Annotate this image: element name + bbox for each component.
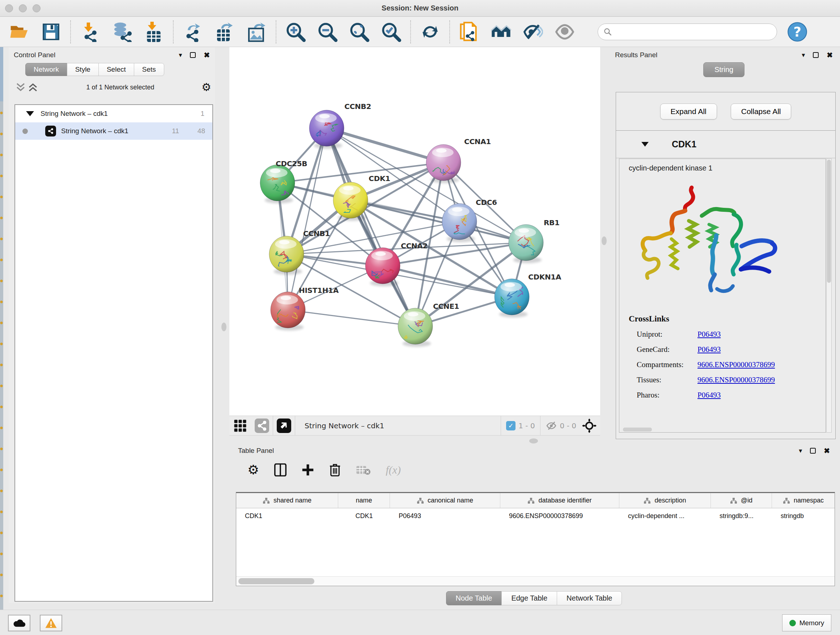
selected-checkbox-icon[interactable]: ✓ xyxy=(506,421,515,431)
zoom-fit-icon[interactable] xyxy=(348,21,370,43)
network-share-icon[interactable] xyxy=(254,418,270,434)
gene-description: cyclin-dependent kinase 1 xyxy=(629,164,826,172)
table-cell: cyclin-dependent ... xyxy=(619,508,711,524)
network-node-RB1[interactable] xyxy=(508,225,543,263)
control-panel: Control Panel ▾ ✖ NetworkStyleSelectSets… xyxy=(9,47,215,603)
show-columns-icon[interactable] xyxy=(274,463,286,477)
crosslink-link[interactable]: P06493 xyxy=(698,345,721,354)
table-cell: CDK1 xyxy=(338,508,390,524)
string-network-graph[interactable]: CCNB2CCNA1CDC25BCDK1CDC6RB1CCNB1CCNA2CDK… xyxy=(229,47,600,416)
table-header-row: shared namenamecanonical namedatabase id… xyxy=(236,493,835,508)
zoom-out-icon[interactable] xyxy=(316,21,339,43)
tab-sets[interactable]: Sets xyxy=(134,63,164,76)
crosslink-label: Tissues: xyxy=(629,375,698,385)
add-column-icon[interactable] xyxy=(302,463,314,477)
tab-style[interactable]: Style xyxy=(67,63,99,76)
network-collection-row[interactable]: String Network – cdk1 1 xyxy=(15,105,212,122)
warning-icon xyxy=(45,618,57,629)
tab-string[interactable]: String xyxy=(703,62,745,77)
node-label-CDKN1A: CDKN1A xyxy=(528,272,561,281)
crosslink-link[interactable]: 9606.ENSP00000378699 xyxy=(698,375,775,385)
network-node-CDKN1A[interactable] xyxy=(494,279,529,318)
table-row[interactable]: CDK1CDK1P064939606.ENSP00000378699cyclin… xyxy=(236,508,835,524)
delete-column-icon[interactable] xyxy=(329,463,341,477)
crosslink-link[interactable]: P06493 xyxy=(698,391,721,400)
vertical-splitter-handle[interactable] xyxy=(602,236,607,245)
tab-network-table[interactable]: Network Table xyxy=(557,591,622,605)
apply-layout-icon[interactable] xyxy=(419,21,441,43)
cloud-button[interactable] xyxy=(8,615,30,631)
horizontal-splitter-handle[interactable] xyxy=(529,439,538,443)
column-header-namespac[interactable]: namespac xyxy=(772,493,835,508)
table-cell: stringdb:9... xyxy=(711,508,772,524)
panel-menu-icon[interactable]: ▾ xyxy=(799,447,802,455)
node-label-CDK1: CDK1 xyxy=(369,174,390,183)
expand-all-icon[interactable] xyxy=(27,82,39,92)
export-network-icon[interactable] xyxy=(182,21,204,43)
float-panel-icon[interactable] xyxy=(810,448,816,454)
results-vscrollbar[interactable] xyxy=(826,158,832,432)
grid-view-icon[interactable] xyxy=(232,418,248,434)
table-hscrollbar[interactable] xyxy=(236,576,835,586)
entry-collapse-icon[interactable] xyxy=(641,142,649,147)
memory-button[interactable]: Memory xyxy=(782,614,831,631)
table-options-gear-icon[interactable]: ⚙ xyxy=(248,463,259,477)
network-node-HIST1H1A[interactable] xyxy=(271,292,305,331)
save-icon[interactable] xyxy=(40,21,62,43)
crosslink-link[interactable]: P06493 xyxy=(698,330,721,339)
network-row[interactable]: String Network – cdk1 11 48 xyxy=(15,122,212,140)
network-node-CCNB1[interactable] xyxy=(269,236,304,275)
zoom-in-icon[interactable] xyxy=(284,21,307,43)
tab-node-table[interactable]: Node Table xyxy=(446,591,502,605)
column-header-shared-name[interactable]: shared name xyxy=(236,493,338,508)
column-header-database-identifier[interactable]: database identifier xyxy=(500,493,619,508)
results-hscrollbar[interactable] xyxy=(623,428,652,432)
close-panel-icon[interactable]: ✖ xyxy=(204,51,210,59)
search-input[interactable] xyxy=(613,28,777,36)
tab-network[interactable]: Network xyxy=(25,63,67,76)
panel-menu-icon[interactable]: ▾ xyxy=(802,51,805,59)
export-image-icon[interactable] xyxy=(245,21,268,43)
first-neighbors-icon[interactable] xyxy=(490,21,512,43)
column-header-description[interactable]: description xyxy=(619,493,711,508)
tab-select[interactable]: Select xyxy=(98,63,134,76)
network-node-CCNE1[interactable] xyxy=(398,308,433,347)
collapse-all-button[interactable]: Collapse All xyxy=(731,103,791,119)
float-panel-icon[interactable] xyxy=(190,52,196,58)
expand-all-button[interactable]: Expand All xyxy=(660,103,717,119)
hide-selected-icon[interactable] xyxy=(522,21,544,43)
new-network-from-selection-icon[interactable] xyxy=(458,21,480,43)
network-node-CDC25B[interactable] xyxy=(260,165,295,203)
crosslink-link[interactable]: 9606.ENSP00000378699 xyxy=(698,360,775,369)
import-table-icon[interactable] xyxy=(142,21,165,43)
panel-menu-icon[interactable]: ▾ xyxy=(179,51,182,59)
center-view-icon[interactable] xyxy=(581,418,597,434)
column-header-@id[interactable]: @id xyxy=(711,493,772,508)
import-network-icon[interactable] xyxy=(79,21,101,43)
network-node-CCNA1[interactable] xyxy=(426,144,461,183)
vertical-splitter-handle[interactable] xyxy=(221,323,226,331)
network-node-CDC6[interactable] xyxy=(442,203,477,242)
float-panel-icon[interactable] xyxy=(813,52,819,58)
close-panel-icon[interactable]: ✖ xyxy=(827,51,833,59)
cloud-icon xyxy=(13,618,26,628)
warnings-button[interactable] xyxy=(40,615,62,631)
collapse-all-icon[interactable] xyxy=(14,82,27,92)
help-icon[interactable]: ? xyxy=(787,22,807,42)
column-type-icon xyxy=(644,497,651,504)
network-options-gear-icon[interactable]: ⚙ xyxy=(202,82,211,93)
birdseye-view-icon[interactable] xyxy=(276,418,292,434)
close-panel-icon[interactable]: ✖ xyxy=(824,447,830,455)
zoom-selected-icon[interactable] xyxy=(380,21,402,43)
column-header-canonical-name[interactable]: canonical name xyxy=(390,493,500,508)
toolbar-search[interactable] xyxy=(598,24,777,40)
network-view-canvas[interactable]: CCNB2CCNA1CDC25BCDK1CDC6RB1CCNB1CCNA2CDK… xyxy=(229,47,600,416)
tab-edge-table[interactable]: Edge Table xyxy=(501,591,557,605)
delete-table-icon xyxy=(356,464,370,475)
import-database-icon[interactable] xyxy=(111,21,133,43)
column-header-name[interactable]: name xyxy=(338,493,390,508)
collection-expand-icon[interactable] xyxy=(26,111,34,116)
export-table-icon[interactable] xyxy=(213,21,236,43)
node-label-HIST1H1A: HIST1H1A xyxy=(299,286,339,295)
open-folder-icon[interactable] xyxy=(8,21,30,43)
